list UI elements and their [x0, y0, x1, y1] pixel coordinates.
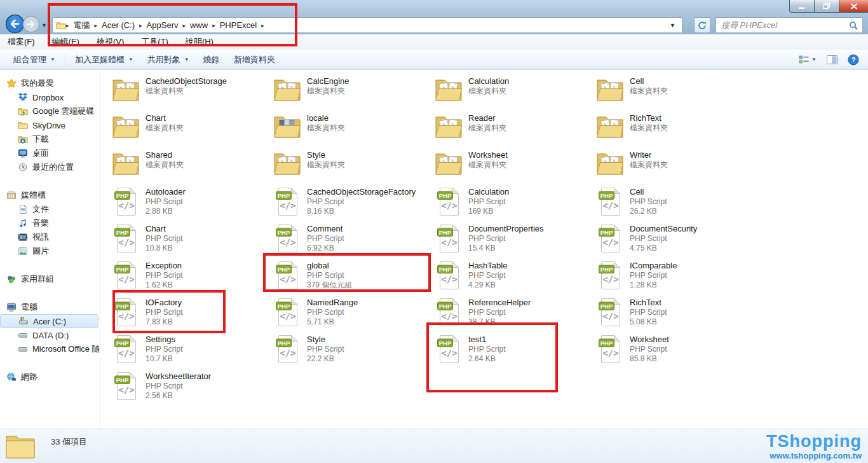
- sidebar-item-label: Google 雲端硬碟: [32, 106, 95, 117]
- file-name: Calculation: [468, 76, 509, 86]
- file-item-documentsecurity[interactable]: </>PHPDocumentSecurityPHP Script4.75 KB: [596, 223, 757, 259]
- preview-pane-button[interactable]: [827, 55, 837, 64]
- sidebar-item-skydrive[interactable]: SkyDrive: [0, 118, 100, 132]
- file-type: 檔案資料夾: [307, 160, 345, 170]
- sidebar-item-pictures[interactable]: 圖片: [0, 244, 100, 258]
- help-button[interactable]: ?: [848, 54, 859, 66]
- toolbar-separator: [65, 53, 65, 67]
- sidebar-item-recent-places[interactable]: 最近的位置: [0, 160, 100, 174]
- file-item-settings[interactable]: </>PHPSettingsPHP Script10.7 KB: [112, 333, 273, 370]
- sidebar-item-favorites[interactable]: 我的最愛: [0, 76, 100, 90]
- file-item-style[interactable]: </>PHPStylePHP Script22.2 KB: [273, 333, 435, 370]
- address-bar[interactable]: ▸電腦▸Acer (C:)▸AppServ▸www▸PHPExcel▸ ▼: [52, 17, 682, 33]
- folder-item-cell[interactable]: Cell檔案資料夾: [596, 75, 757, 112]
- file-type: PHP Script: [468, 271, 507, 280]
- file-item-worksheetiterator[interactable]: </>PHPWorksheetIteratorPHP Script2.56 KB: [112, 370, 273, 407]
- refresh-button[interactable]: [694, 17, 710, 33]
- folder-item-style[interactable]: Style檔案資料夾: [273, 149, 435, 186]
- sidebar-item-libraries[interactable]: 媒體櫃: [0, 188, 100, 202]
- folder-item-richtext[interactable]: RichText檔案資料夾: [596, 112, 757, 149]
- file-item-cachedobjectstoragefactory[interactable]: </>PHPCachedObjectStorageFactoryPHP Scri…: [273, 186, 435, 223]
- file-item-chart[interactable]: </>PHPChartPHP Script10.8 KB: [112, 223, 273, 259]
- sidebar-item-label: 媒體櫃: [21, 190, 46, 201]
- file-item-comment[interactable]: </>PHPCommentPHP Script6.92 KB: [273, 223, 435, 259]
- new-folder-button[interactable]: 新增資料夾: [227, 52, 282, 68]
- breadcrumb-item-appserv[interactable]: AppServ: [142, 20, 183, 30]
- sidebar-item-data-d[interactable]: DATA (D:): [0, 328, 100, 342]
- sidebar-item-google-drive[interactable]: Google 雲端硬碟: [0, 104, 100, 118]
- sidebar-item-label: 音樂: [32, 218, 49, 229]
- search-icon[interactable]: [849, 21, 862, 30]
- address-history-dropdown-icon[interactable]: ▼: [667, 22, 679, 29]
- svg-text:PHP: PHP: [277, 266, 290, 273]
- svg-text:</>: </>: [602, 311, 618, 321]
- recent-pages-dropdown[interactable]: ▼: [41, 22, 47, 29]
- folder-item-writer[interactable]: Writer檔案資料夾: [596, 149, 757, 186]
- file-item-referencehelper[interactable]: </>PHPReferenceHelperPHP Script38.7 KB: [435, 296, 596, 333]
- file-type: PHP Script: [630, 234, 697, 244]
- svg-text:?: ?: [851, 56, 856, 64]
- sidebar-item-ms-office[interactable]: Microsoft Office 隨: [0, 342, 100, 356]
- close-button[interactable]: [839, 0, 868, 13]
- sidebar-item-desktop[interactable]: 桌面: [0, 146, 100, 160]
- file-item-global[interactable]: </>PHPglobalPHP Script379 個位元組: [273, 259, 435, 296]
- minimize-button[interactable]: [789, 0, 815, 13]
- file-item-exception[interactable]: </>PHPExceptionPHP Script1.62 KB: [112, 259, 273, 296]
- folder-item-calcengine[interactable]: CalcEngine檔案資料夾: [273, 75, 435, 112]
- file-item-calculation[interactable]: </>PHPCalculationPHP Script169 KB: [435, 186, 596, 223]
- breadcrumb-item-acer-c[interactable]: Acer (C:): [97, 20, 139, 30]
- file-item-richtext[interactable]: </>PHPRichTextPHP Script5.08 KB: [596, 296, 757, 333]
- organize-button[interactable]: 組合管理▼: [6, 52, 62, 68]
- folder-item-worksheet[interactable]: Worksheet檔案資料夾: [435, 149, 596, 186]
- sidebar-item-videos[interactable]: 視訊: [0, 230, 100, 244]
- search-input[interactable]: [716, 20, 849, 30]
- sidebar-item-documents[interactable]: 文件: [0, 202, 100, 216]
- menu-tools[interactable]: 工具(T): [141, 36, 168, 48]
- file-item-iofactory[interactable]: </>PHPIOFactoryPHP Script7.83 KB: [112, 296, 273, 333]
- menu-edit[interactable]: 編輯(E): [52, 36, 79, 48]
- file-item-test1[interactable]: </>PHPtest1PHP Script2.64 KB: [435, 333, 596, 370]
- watermark-title: TShopping: [766, 433, 862, 450]
- file-item-namedrange[interactable]: </>PHPNamedRangePHP Script5.71 KB: [273, 296, 435, 333]
- toolbar-button-label: 組合管理: [13, 54, 46, 66]
- file-item-icomparable[interactable]: </>PHPIComparablePHP Script1.28 KB: [596, 259, 757, 296]
- sidebar-item-homegroup[interactable]: 家用群組: [0, 272, 100, 286]
- sidebar-item-acer-c[interactable]: Acer (C:): [0, 314, 98, 328]
- restore-button[interactable]: [815, 0, 839, 13]
- file-item-hashtable[interactable]: </>PHPHashTablePHP Script4.29 KB: [435, 259, 596, 296]
- share-with-button[interactable]: 共用對象▼: [140, 52, 196, 68]
- svg-text:PHP: PHP: [116, 303, 128, 310]
- file-size: 2.56 KB: [146, 391, 211, 401]
- folder-item-calculation[interactable]: Calculation檔案資料夾: [435, 75, 596, 112]
- sidebar-item-music[interactable]: 音樂: [0, 216, 100, 230]
- folder-item-locale[interactable]: locale檔案資料夾: [273, 112, 435, 149]
- file-name: IComparable: [630, 261, 677, 271]
- file-item-documentproperties[interactable]: </>PHPDocumentPropertiesPHP Script15.4 K…: [435, 223, 596, 259]
- sidebar-item-computer[interactable]: 電腦: [0, 300, 100, 314]
- folder-item-cachedobjectstorage[interactable]: CachedObjectStorage檔案資料夾: [112, 75, 273, 112]
- svg-text:PHP: PHP: [277, 303, 290, 310]
- folder-item-chart[interactable]: Chart檔案資料夾: [112, 112, 273, 149]
- sidebar-item-downloads[interactable]: 下載: [0, 132, 100, 146]
- include-in-library-button[interactable]: 加入至媒體櫃▼: [68, 52, 140, 68]
- burn-button[interactable]: 燒錄: [196, 52, 227, 68]
- sidebar-item-dropbox[interactable]: Dropbox: [0, 90, 100, 104]
- file-type: PHP Script: [630, 345, 669, 354]
- folder-item-shared[interactable]: Shared檔案資料夾: [112, 149, 273, 186]
- svg-text:PHP: PHP: [116, 377, 128, 384]
- breadcrumb-item-computer[interactable]: 電腦: [69, 20, 95, 31]
- file-name: RichText: [630, 298, 667, 308]
- file-item-cell[interactable]: </>PHPCellPHP Script26.2 KB: [596, 186, 757, 223]
- menu-file[interactable]: 檔案(F): [8, 36, 35, 48]
- file-item-worksheet[interactable]: </>PHPWorksheetPHP Script85.8 KB: [596, 333, 757, 370]
- menu-help[interactable]: 說明(H): [186, 36, 214, 48]
- breadcrumb-item-www[interactable]: www: [186, 20, 212, 30]
- sidebar-item-network[interactable]: 網路: [0, 370, 100, 384]
- menu-view[interactable]: 檢視(V): [97, 36, 124, 48]
- breadcrumb-item-phpexcel[interactable]: PHPExcel: [215, 20, 262, 30]
- file-item-autoloader[interactable]: </>PHPAutoloaderPHP Script2.88 KB: [112, 186, 273, 223]
- forward-button[interactable]: [22, 15, 40, 36]
- views-button[interactable]: ▼: [799, 55, 817, 64]
- file-size: 4.29 KB: [468, 280, 507, 290]
- folder-item-reader[interactable]: Reader檔案資料夾: [435, 112, 596, 149]
